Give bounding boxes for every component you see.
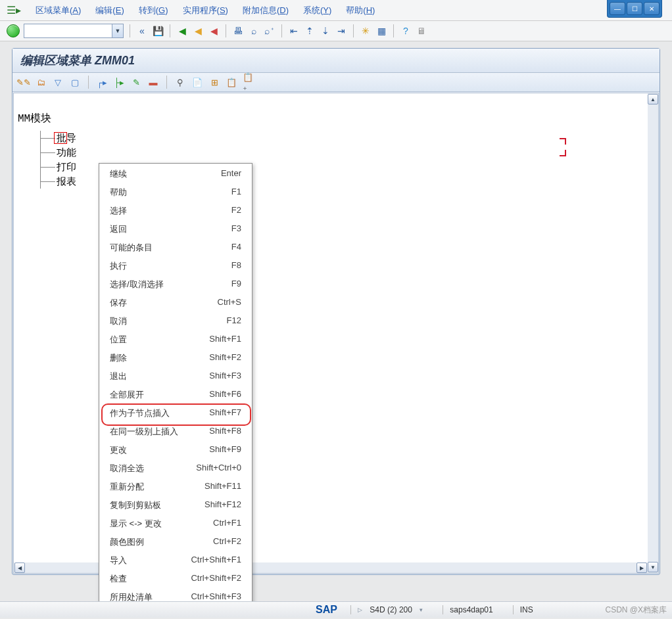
- context-menu-item[interactable]: 显示 <-> 更改Ctrl+F1: [99, 515, 252, 533]
- command-field[interactable]: ▼: [24, 24, 124, 38]
- cancel-icon[interactable]: ◀: [208, 25, 220, 37]
- menu-area[interactable]: 区域菜单(A): [36, 5, 81, 16]
- context-menu-item[interactable]: 导入Ctrl+Shift+F1: [99, 551, 252, 570]
- panel-title: 编辑区域菜单 ZMM01: [12, 49, 660, 73]
- chevron-down-icon[interactable]: ▼: [112, 24, 123, 37]
- maximize-button[interactable]: ☐: [627, 2, 642, 15]
- next-page-icon[interactable]: ⇣: [320, 25, 331, 37]
- watermark: CSDN @X档案库: [605, 605, 667, 616]
- context-menu-item[interactable]: 返回F3: [99, 220, 252, 239]
- menu-system[interactable]: 系统(Y): [303, 5, 331, 16]
- new-session-icon[interactable]: ✳: [360, 25, 372, 37]
- menu-file-icon[interactable]: ☰▸: [7, 4, 21, 16]
- context-menu-item[interactable]: 作为子节点插入Shift+F7: [99, 404, 252, 423]
- window-controls: — ☐ ✕: [607, 0, 662, 18]
- tree: MM模块 批导 功能 打印 报表: [18, 112, 76, 189]
- where-used-icon[interactable]: 📄: [191, 76, 203, 88]
- change-icon[interactable]: ✎: [130, 76, 142, 88]
- menu-goto[interactable]: 转到(G): [139, 5, 168, 16]
- deselect-icon[interactable]: ▢: [69, 76, 81, 88]
- standard-toolbar: ▼ « 💾 ◀ ◀ ◀ 🖶 ⌕ ⌕⁺ ⇤ ⇡ ⇣ ⇥ ✳ ▦ ? 🖥: [0, 21, 672, 41]
- selection-marker-top: [557, 138, 566, 147]
- print-icon[interactable]: 🖶: [232, 25, 244, 37]
- customize-icon[interactable]: 🖥: [416, 25, 427, 37]
- context-menu-item[interactable]: 位置Shift+F1: [99, 331, 252, 349]
- context-menu-item[interactable]: 保存Ctrl+S: [99, 294, 252, 312]
- expand-icon[interactable]: ⊞: [208, 76, 220, 88]
- context-menu-item[interactable]: 颜色图例Ctrl+F2: [99, 533, 252, 551]
- scroll-up-icon[interactable]: ▲: [648, 94, 658, 104]
- context-menu-item[interactable]: 重新分配Shift+F11: [99, 478, 252, 496]
- close-button[interactable]: ✕: [644, 2, 660, 15]
- help-icon[interactable]: ?: [400, 25, 412, 37]
- menu-info[interactable]: 附加信息(D): [243, 5, 289, 16]
- menu-edit[interactable]: 编辑(E): [95, 5, 124, 16]
- context-menu-item[interactable]: 选择F2: [99, 202, 252, 220]
- position-icon[interactable]: ⚲: [174, 76, 186, 88]
- context-menu-item[interactable]: 退出Shift+F3: [99, 367, 252, 386]
- context-menu-item[interactable]: 检查Ctrl+Shift+F2: [99, 570, 252, 588]
- context-menu-item[interactable]: 全部展开Shift+F6: [99, 386, 252, 404]
- layout-icon[interactable]: ▦: [375, 25, 387, 37]
- exit-icon[interactable]: ◀: [192, 25, 204, 37]
- tree-item[interactable]: 报表: [41, 174, 76, 189]
- scroll-left-icon[interactable]: ◀: [14, 562, 25, 573]
- application-toolbar: ✎✎ 🗂 ▽ ▢ ┌▸ ├▸ ✎ ▬ ⚲ 📄 ⊞ 📋 📋₊: [12, 73, 660, 92]
- tree-item[interactable]: 功能: [41, 145, 76, 160]
- find-icon[interactable]: ⌕: [248, 25, 260, 37]
- scroll-down-icon[interactable]: ▼: [648, 562, 658, 572]
- back-icon[interactable]: «: [136, 25, 148, 37]
- status-server: saps4dap01: [443, 605, 499, 614]
- status-bar: SAP ▷ S4D (2) 200 ▾ saps4dap01 INS CSDN …: [0, 601, 672, 618]
- context-menu-item[interactable]: 可能的条目F4: [99, 239, 252, 257]
- paste-icon[interactable]: 📋₊: [243, 76, 254, 88]
- minimize-button[interactable]: —: [610, 2, 625, 15]
- context-menu-item[interactable]: 帮助F1: [99, 183, 252, 202]
- menu-util[interactable]: 实用程序(S): [183, 5, 228, 16]
- save-icon[interactable]: 💾: [152, 25, 164, 37]
- prev-page-icon[interactable]: ⇡: [304, 25, 316, 37]
- tree-item[interactable]: 打印: [41, 160, 76, 174]
- vertical-scrollbar[interactable]: ▲ ▼: [648, 93, 658, 573]
- context-menu-item[interactable]: 执行F8: [99, 257, 252, 275]
- tree-root[interactable]: MM模块: [18, 112, 76, 126]
- insert-same-icon[interactable]: ├▸: [113, 76, 125, 88]
- context-menu-item[interactable]: 继续Enter: [99, 165, 252, 183]
- status-mode: INS: [513, 605, 540, 614]
- last-page-icon[interactable]: ⇥: [335, 25, 347, 37]
- context-menu-item[interactable]: 更改Shift+F9: [99, 441, 252, 459]
- display-change-icon[interactable]: ✎✎: [18, 76, 30, 88]
- delete-icon[interactable]: ▬: [147, 76, 159, 88]
- selection-marker-bottom: [557, 147, 566, 156]
- context-menu-item[interactable]: 取消全选Shift+Ctrl+0: [99, 459, 252, 478]
- copy-icon[interactable]: 📋: [226, 76, 237, 88]
- first-page-icon[interactable]: ⇤: [288, 25, 300, 37]
- context-menu: 继续Enter帮助F1选择F2返回F3可能的条目F4执行F8选择/取消选择F9保…: [99, 163, 252, 608]
- back-nav-icon[interactable]: ◀: [176, 25, 188, 37]
- context-menu-item[interactable]: 选择/取消选择F9: [99, 275, 252, 294]
- scroll-right-icon[interactable]: ▶: [636, 562, 647, 573]
- menu-help[interactable]: 帮助(H): [346, 5, 375, 16]
- select-icon[interactable]: ▽: [52, 76, 64, 88]
- tree-item[interactable]: 批导: [41, 131, 76, 145]
- status-system[interactable]: ▷ S4D (2) 200 ▾: [350, 605, 429, 614]
- other-menu-icon[interactable]: 🗂: [35, 76, 47, 88]
- menu-bar: ☰▸ 区域菜单(A) 编辑(E) 转到(G) 实用程序(S) 附加信息(D) 系…: [0, 0, 672, 21]
- context-menu-item[interactable]: 在同一级别上插入Shift+F8: [99, 423, 252, 441]
- context-menu-item[interactable]: 删除Shift+F2: [99, 349, 252, 367]
- find-next-icon[interactable]: ⌕⁺: [264, 25, 276, 37]
- context-menu-item[interactable]: 取消F12: [99, 312, 252, 331]
- context-menu-item[interactable]: 复制到剪贴板Shift+F12: [99, 496, 252, 515]
- enter-button[interactable]: [7, 24, 20, 37]
- insert-sub-icon[interactable]: ┌▸: [96, 76, 108, 88]
- sap-logo: SAP: [316, 604, 337, 616]
